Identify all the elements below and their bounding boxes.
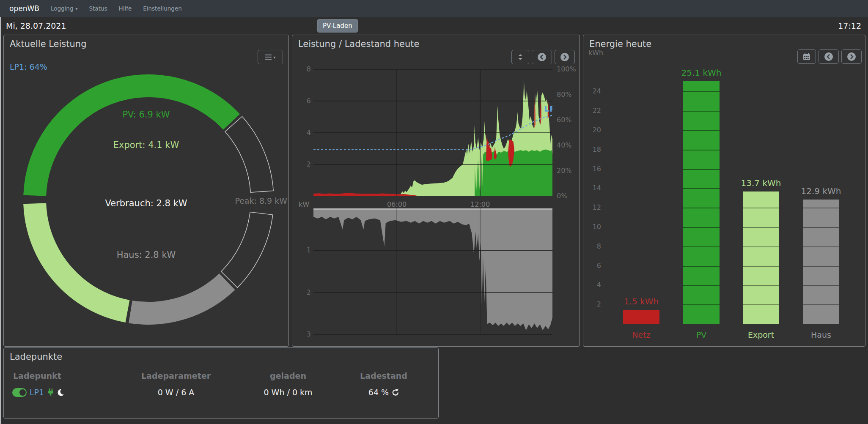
energy-y-axis-tick: 4 bbox=[586, 281, 601, 289]
bar-value-label: 13.7 kWh bbox=[727, 178, 795, 188]
navigator-axis-tick: 2 bbox=[296, 288, 311, 297]
chevron-left-icon bbox=[824, 52, 833, 61]
donut-segment bbox=[129, 274, 235, 325]
chargepoint-name-link[interactable]: LP1 bbox=[30, 388, 44, 397]
chart-prev-day-button[interactable] bbox=[532, 50, 552, 64]
bar-category-label: Netz bbox=[607, 330, 675, 339]
brand-openwb[interactable]: openWB bbox=[9, 4, 39, 13]
bar-gridline bbox=[683, 304, 720, 305]
bar-category-label: PV bbox=[667, 330, 735, 339]
power-history-chart: LP1 bbox=[313, 69, 552, 196]
export-power-label: Export: 4.1 kW bbox=[4, 140, 288, 150]
nav-item-status-label: Status bbox=[89, 5, 107, 12]
energy-y-axis-tick: 18 bbox=[586, 145, 601, 154]
nav-item-einstellungen-label: Einstellungen bbox=[143, 5, 182, 12]
current-date: Mi, 28.07.2021 bbox=[6, 21, 66, 30]
leistung-ladestand-card: Leistung / Ladestand heute LP1 8642100%8… bbox=[292, 35, 580, 347]
plug-icon[interactable] bbox=[47, 388, 55, 396]
chargepoint-parameters: 0 W / 6 A bbox=[158, 388, 195, 397]
status-bar: Mi, 28.07.2021 17:12 bbox=[0, 17, 868, 35]
bar-gridline bbox=[803, 285, 839, 286]
caret-down-icon: ▾ bbox=[75, 6, 77, 11]
house-consumption-area bbox=[313, 208, 552, 330]
nav-item-hilfe[interactable]: Hilfe bbox=[119, 5, 132, 12]
y-axis-tick-right: 20% bbox=[557, 167, 578, 175]
navigator-axis-tick: 3 bbox=[296, 330, 311, 339]
refresh-soc-icon[interactable] bbox=[392, 389, 399, 396]
chart-next-day-button[interactable] bbox=[555, 50, 575, 64]
y-axis-tick-right: 0% bbox=[557, 192, 578, 200]
energy-y-axis-tick: 14 bbox=[586, 184, 601, 192]
y-axis-tick-right: 100% bbox=[557, 65, 578, 74]
chargepoint-enable-toggle[interactable] bbox=[12, 388, 27, 397]
energy-y-axis-tick: 6 bbox=[586, 262, 601, 270]
charge-mode-button[interactable]: PV-Laden bbox=[317, 19, 358, 33]
nav-item-hilfe-label: Hilfe bbox=[119, 5, 132, 12]
bar-gridline bbox=[683, 91, 720, 92]
nav-item-status[interactable]: Status bbox=[89, 5, 107, 12]
energy-y-axis-tick: 20 bbox=[586, 126, 601, 134]
nav-item-einstellungen[interactable]: Einstellungen bbox=[143, 5, 182, 12]
nav-item-logging-label: Logging bbox=[51, 5, 74, 12]
navbar: openWB Logging ▾ Status Hilfe Einstellun… bbox=[0, 0, 868, 17]
y-axis-tick-right: 40% bbox=[557, 141, 578, 150]
bar-gridline bbox=[683, 169, 720, 170]
navigator-zero-line bbox=[313, 208, 552, 210]
y-axis-tick-right: 60% bbox=[557, 116, 578, 124]
chargepoint-soc-cell: 64 % bbox=[368, 388, 399, 397]
lp1-soc-label: LP1: 64% bbox=[10, 62, 47, 71]
bar-gridline bbox=[683, 285, 720, 286]
energy-unit-label: kWh bbox=[588, 49, 603, 57]
energy-next-day-button[interactable] bbox=[841, 49, 862, 64]
energy-y-axis-tick: 22 bbox=[586, 107, 601, 115]
bar-gridline bbox=[683, 111, 720, 112]
bar-pv bbox=[683, 81, 720, 324]
energy-prev-day-button[interactable] bbox=[819, 49, 839, 64]
energie-heute-card: Energie heute kWh 246810121416182022241.… bbox=[583, 35, 865, 347]
x-axis-tick: 06:00 bbox=[382, 200, 412, 209]
bar-gridline bbox=[743, 304, 779, 305]
chargepoint-row: LP1 bbox=[12, 388, 66, 397]
bar-gridline bbox=[683, 150, 720, 150]
y-axis-tick-left: 4 bbox=[296, 129, 311, 137]
chart-scale-button[interactable] bbox=[511, 50, 529, 64]
bar-haus bbox=[803, 200, 839, 324]
ladepunkte-card: Ladepunkte Ladepunkt Ladeparameter gelad… bbox=[3, 347, 439, 419]
nav-item-logging[interactable]: Logging ▾ bbox=[51, 5, 78, 12]
y-axis-tick-left: 8 bbox=[296, 65, 311, 74]
bar-gridline bbox=[743, 208, 779, 208]
calendar-icon bbox=[803, 53, 810, 60]
column-header-ladestand: Ladestand bbox=[360, 371, 407, 380]
energy-calendar-button[interactable] bbox=[797, 49, 816, 64]
bar-gridline bbox=[803, 246, 839, 247]
bar-value-label: 1.5 kWh bbox=[607, 296, 675, 306]
y-axis-tick-right: 80% bbox=[557, 90, 578, 99]
bar-category-label: Haus bbox=[787, 330, 855, 339]
energy-y-axis-tick: 10 bbox=[586, 223, 601, 231]
bar-gridline bbox=[743, 285, 779, 286]
column-header-ladepunkt: Ladepunkt bbox=[13, 371, 61, 380]
navigator-axis-tick: 1 bbox=[296, 246, 311, 254]
left-scrollbar[interactable] bbox=[0, 0, 1, 424]
haus-power-label: Haus: 2.8 kW bbox=[4, 250, 288, 260]
x-axis-tick: 12:00 bbox=[465, 200, 495, 209]
bar-gridline bbox=[683, 208, 720, 208]
bar-gridline bbox=[803, 266, 839, 267]
bar-gridline bbox=[683, 246, 720, 247]
donut-segment bbox=[225, 116, 273, 192]
bar-netz bbox=[623, 310, 659, 324]
bar-gridline bbox=[803, 304, 839, 305]
bar-gridline bbox=[683, 130, 720, 131]
column-header-ladeparameter: Ladeparameter bbox=[141, 371, 211, 380]
chargepoint-soc-value: 64 % bbox=[368, 388, 389, 397]
peak-power-label: Peak: 8.9 kW bbox=[203, 196, 287, 205]
bar-value-label: 25.1 kWh bbox=[667, 68, 735, 78]
y-axis-tick-left: 6 bbox=[296, 97, 311, 105]
energy-y-axis-tick: 24 bbox=[586, 87, 601, 96]
card-title-energie-heute: Energie heute bbox=[589, 39, 651, 49]
moon-night-charging-icon[interactable] bbox=[58, 388, 66, 397]
column-header-geladen: geladen bbox=[270, 371, 306, 380]
bar-value-label: 12.9 kWh bbox=[787, 186, 855, 196]
energy-y-axis-tick: 8 bbox=[586, 242, 601, 251]
bar-gridline bbox=[683, 227, 720, 228]
